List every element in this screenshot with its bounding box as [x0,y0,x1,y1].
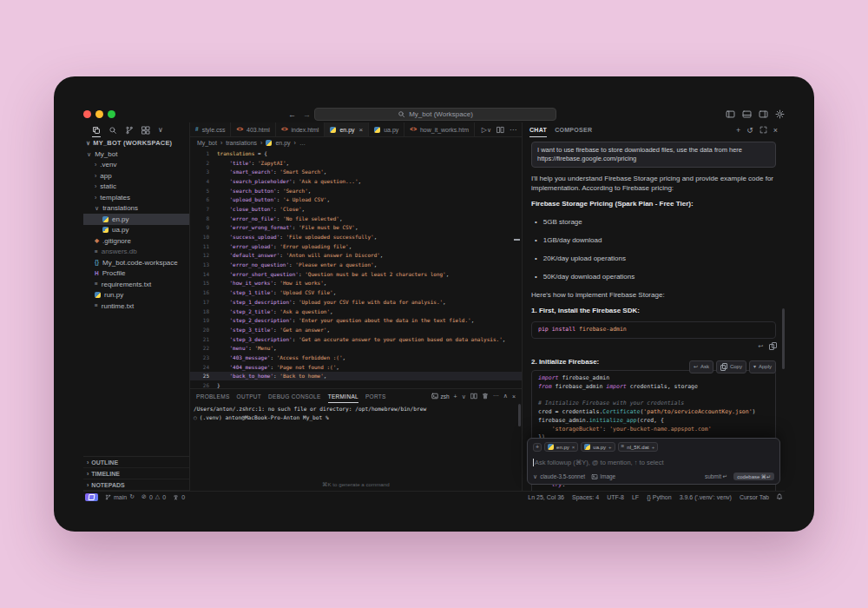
editor-tab-403.html[interactable]: <>403.html [231,122,275,136]
context-chip-ua.py[interactable]: ua.py+ [581,442,615,452]
search-view-icon[interactable] [108,122,117,137]
tab-composer[interactable]: COMPOSER [555,122,592,137]
chat-input-row[interactable]: Ask followup (⌘Y), @ to mention, ↑ to se… [533,452,774,473]
context-chip-en.py[interactable]: en.py× [544,442,578,452]
tab-chat[interactable]: CHAT [529,122,547,137]
tree-item-requirements.txt[interactable]: ≡requirements.txt [83,279,189,290]
tree-item-run.py[interactable]: run.py [83,290,189,301]
tree-item-static[interactable]: ›static [83,182,189,193]
tab-close-icon[interactable]: × [359,126,364,134]
model-selector[interactable]: ∨ claude-3.5-sonnet [533,473,585,479]
chip-action-icon[interactable]: × [572,445,575,450]
split-editor-icon[interactable] [496,126,504,134]
user-message-link[interactable]: https://firebase.google.com/pricing [537,155,770,163]
chip-action-icon[interactable]: + [608,445,612,450]
shell-selector[interactable]: zsh [431,393,449,400]
zoom-window-button[interactable] [108,110,115,118]
panel-more-icon[interactable]: ⋯ [493,393,499,400]
panel-tab-ports[interactable]: PORTS [365,389,386,403]
panel-tab-output[interactable]: OUTPUT [237,389,262,403]
history-forward-button[interactable]: → [303,110,311,119]
context-chip-nl_5K.dat[interactable]: ≡nl_5K.dat+ [618,442,659,452]
tree-item-app[interactable]: ›app [83,170,189,182]
code-editor[interactable]: 1translations = {2 'title': 'ZapytAI',3 … [190,149,522,388]
extensions-icon[interactable] [141,122,150,137]
chip-action-icon[interactable]: + [652,445,655,450]
copy-code-icon[interactable] [769,344,774,350]
editor-tab-style.css[interactable]: #style.css [190,122,231,136]
copy-code-button[interactable]: Copy [716,360,746,373]
maximize-panel-icon[interactable]: ∧ [503,393,508,400]
gear-icon[interactable] [775,109,785,119]
status-item[interactable]: Ln 25, Col 36 [528,494,564,500]
tree-item-en.py[interactable]: en.py [83,214,189,225]
chat-input-box[interactable]: +en.py×ua.py+≡nl_5K.dat+ Ask followup (⌘… [527,438,780,485]
codebase-button[interactable]: codebase ⌘↵ [733,473,774,480]
status-item[interactable]: UTF-8 [607,494,624,500]
ask-code-button[interactable]: ↩Ask [689,360,713,373]
tree-item-ua.py[interactable]: ua.py [83,225,189,236]
sidebar-section-outline[interactable]: ›OUTLINE [83,457,189,468]
close-panel-icon[interactable]: × [512,393,516,400]
editor-tab-how_it_works.htm[interactable]: <>how_it_works.htm [404,122,475,136]
breadcrumb-item[interactable]: en.py [275,140,290,146]
panel-tab-terminal[interactable]: TERMINAL [328,389,358,403]
history-back-button[interactable]: ← [288,110,296,119]
split-terminal-icon[interactable] [470,393,477,400]
status-item[interactable]: 3.9.6 ('.venv': venv) [680,494,732,500]
tree-item-.venv[interactable]: ›.venv [83,160,189,171]
tree-item-answers.db[interactable]: ≡answers.db [83,247,189,258]
minimize-window-button[interactable] [95,110,103,118]
insert-code-icon[interactable]: ↩ [758,341,763,351]
tree-item-My_bot[interactable]: ∨My_bot [83,149,189,160]
workspace-root-header[interactable]: ∨ MY_BOT (WORKSPACE) [83,137,189,149]
tree-item-Procfile[interactable]: HProcfile [83,268,189,280]
expand-chat-icon[interactable] [760,126,767,134]
panel-tab-problems[interactable]: PROBLEMS [196,389,230,403]
terminal-dropdown-icon[interactable]: ∨ [462,393,466,400]
kill-terminal-trash-icon[interactable] [482,393,489,400]
tree-item-My_bot.code-workspace[interactable]: {}My_bot.code-workspace [83,257,189,268]
history-icon[interactable]: ↺ [746,126,753,135]
source-control-icon[interactable] [125,122,134,137]
editor-tab-en.py[interactable]: en.py× [325,122,369,136]
submit-hint[interactable]: submit ↵ [705,473,727,480]
add-context-chip[interactable]: + [533,443,542,452]
toggle-panel-icon[interactable] [742,109,752,119]
tree-item-.gitignore[interactable]: ◆.gitignore [83,235,189,247]
editor-tab-ua.py[interactable]: ua.py [369,122,404,136]
panel-tab-debug-console[interactable]: DEBUG CONSOLE [268,389,321,403]
terminal-scrollbar[interactable] [518,404,521,426]
cursor-remote-badge[interactable] [85,493,98,501]
attach-image-button[interactable]: Image [591,473,615,480]
breadcrumb-item[interactable]: translations [226,140,257,146]
bell-icon[interactable] [776,493,783,500]
status-item[interactable]: LF [632,494,639,500]
toggle-sidebar-left-icon[interactable] [726,109,735,119]
status-item[interactable]: {}Python [647,494,671,500]
toggle-sidebar-right-icon[interactable] [759,109,768,119]
apply-code-button[interactable]: ▾Apply [749,360,776,373]
breadcrumb-item[interactable]: … [299,140,306,146]
problems-indicator[interactable]: ⊘ 0 △ 0 [141,493,166,500]
chat-scrollbar[interactable] [782,308,785,369]
new-chat-icon[interactable]: + [736,126,740,135]
ports-indicator[interactable]: 0 [173,494,185,500]
sidebar-section-notepads[interactable]: ›NOTEPADS [83,479,189,491]
tree-item-templates[interactable]: ›templates [83,192,189,203]
activity-more-icon[interactable]: ∨ [158,122,163,137]
run-python-file-icon[interactable]: ▷∨ [482,126,491,134]
more-actions-icon[interactable]: ⋯ [510,126,516,134]
new-terminal-icon[interactable]: + [454,393,457,400]
tree-item-translations[interactable]: ∨translations [83,203,189,215]
workspace-search[interactable]: My_bot (Workspace) [314,108,556,121]
status-item[interactable]: Spaces: 4 [572,494,599,500]
sidebar-section-timeline[interactable]: ›TIMELINE [83,468,189,479]
terminal-output[interactable]: /Users/anton/.zshrc:1: no such file or d… [190,403,522,481]
tree-item-runtime.txt[interactable]: ≡runtime.txt [83,301,189,312]
close-chat-icon[interactable]: × [773,126,778,135]
editor-tab-index.html[interactable]: <>index.html [276,122,326,136]
close-window-button[interactable] [83,110,91,118]
git-branch-indicator[interactable]: main ↻ [105,493,135,500]
status-item[interactable]: Cursor Tab [740,494,769,500]
